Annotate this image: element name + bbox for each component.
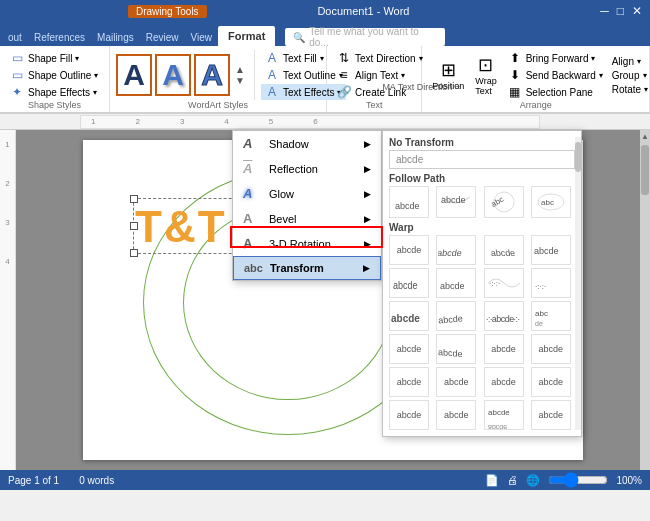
wordart-style-1[interactable]: A [116, 54, 152, 96]
svg-text:abcde: abcde [438, 347, 462, 359]
follow-path-circle[interactable]: abc [484, 186, 524, 218]
follow-path-arc-down[interactable]: abcde [436, 186, 476, 218]
bring-forward-icon: ⬆ [507, 51, 523, 65]
wrap-text-icon: ⊡ [478, 54, 493, 76]
warp-item-24[interactable]: abcde [531, 400, 571, 430]
send-backward-btn[interactable]: ⬇ Send Backward ▾ [504, 67, 606, 83]
wordart-style-3[interactable]: A [194, 54, 230, 96]
warp-item-18[interactable]: abcde [436, 367, 476, 397]
warp-item-10[interactable]: abcde [436, 301, 476, 331]
bring-forward-btn[interactable]: ⬆ Bring Forward ▾ [504, 50, 606, 66]
warp-item-4[interactable]: abcde [531, 235, 571, 265]
status-bar: Page 1 of 1 0 words 📄 🖨 🌐 100% [0, 470, 650, 490]
svg-text:abcde: abcde [393, 279, 418, 291]
warp-item-8[interactable]: ·:·:· [531, 268, 571, 298]
tab-mailings[interactable]: Mailings [91, 29, 140, 46]
maximize-icon[interactable]: □ [617, 4, 624, 18]
tab-format[interactable]: Format [218, 26, 275, 46]
group-btn[interactable]: Group ▾ [609, 69, 650, 82]
warp-item-3[interactable]: abcde [484, 235, 524, 265]
transform-submenu: No Transform abcde Follow Path abcde abc… [382, 130, 582, 437]
search-input[interactable]: 🔍 Tell me what you want to do... [285, 28, 445, 46]
glow-sample-icon: A [243, 186, 261, 201]
align-text-btn[interactable]: ≡ Align Text ▾ [333, 67, 426, 83]
warp-item-2[interactable]: abcde [436, 235, 476, 265]
ma-text-label: MA Text Direction = [382, 82, 460, 92]
dropdown-reflection[interactable]: A Reflection ▶ [233, 156, 381, 181]
shape-fill-arrow[interactable]: ▾ [75, 54, 79, 63]
scrollbar-up[interactable]: ▲ [641, 132, 649, 141]
align-btn[interactable]: Align ▾ [609, 55, 650, 68]
dropdown-shadow[interactable]: A Shadow ▶ [233, 131, 381, 156]
wordart-style-2[interactable]: A [155, 54, 191, 96]
dropdown-bevel[interactable]: A Bevel ▶ [233, 206, 381, 231]
svg-text:abcde: abcde [488, 424, 507, 429]
follow-path-button[interactable]: abc [531, 186, 571, 218]
svg-text:abcde: abcde [534, 246, 559, 256]
warp-item-23[interactable]: abcde abcde [484, 400, 524, 430]
warp-item-1[interactable]: abcde [389, 235, 429, 265]
shape-fill-btn[interactable]: ▭ Shape Fill ▾ [6, 50, 82, 66]
follow-path-arc-up[interactable]: abcde [389, 186, 429, 218]
reflection-sample-icon: A [243, 161, 261, 176]
shadow-arrow: ▶ [364, 139, 371, 149]
svg-text:de: de [535, 320, 543, 327]
shape-effects-arrow[interactable]: ▾ [93, 88, 97, 97]
zoom-slider[interactable] [548, 475, 608, 485]
scrollbar-thumb[interactable] [641, 145, 649, 195]
svg-text:abcde: abcde [395, 201, 420, 211]
text-direction-btn[interactable]: ⇅ Text Direction ▾ [333, 50, 426, 66]
warp-item-16[interactable]: abcde [531, 334, 571, 364]
transform-sample-icon: abc [244, 262, 262, 274]
text-outline-icon: A [264, 68, 280, 82]
dropdown-3d-rotation[interactable]: A 3-D Rotation ▶ [233, 231, 381, 256]
warp-item-5[interactable]: abcde [389, 268, 429, 298]
warp-item-19[interactable]: abcde [484, 367, 524, 397]
close-icon[interactable]: ✕ [632, 4, 642, 18]
scrollbar-vertical[interactable]: ▲ [640, 130, 650, 470]
tab-out[interactable]: out [2, 29, 28, 46]
shape-outline-btn[interactable]: ▭ Shape Outline ▾ [6, 67, 101, 83]
wordart-more-btn[interactable]: ▲ ▼ [235, 65, 245, 86]
svg-text:·:·:·: ·:·:· [489, 279, 500, 288]
tab-view[interactable]: View [185, 29, 219, 46]
follow-path-section: Follow Path abcde abcde abc abc [389, 173, 575, 218]
warp-item-12[interactable]: abc de [531, 301, 571, 331]
shadow-sample-icon: A [243, 136, 261, 151]
tab-references[interactable]: References [28, 29, 91, 46]
3d-rotation-arrow: ▶ [364, 239, 371, 249]
view-btn-read[interactable]: 📄 [485, 474, 499, 487]
warp-item-15[interactable]: abcde [484, 334, 524, 364]
view-btn-print[interactable]: 🖨 [507, 474, 518, 486]
wrap-text-btn[interactable]: ⊡ Wrap Text [471, 52, 500, 98]
view-btn-web[interactable]: 🌐 [526, 474, 540, 487]
panel-scrollbar[interactable] [575, 137, 581, 430]
tab-review[interactable]: Review [140, 29, 185, 46]
svg-text:abcde: abcde [489, 248, 515, 258]
3d-rotation-sample-icon: A [243, 236, 260, 252]
ruler-vertical: 1234 [0, 130, 16, 470]
dropdown-transform[interactable]: abc Transform ▶ [233, 256, 381, 280]
shape-outline-arrow[interactable]: ▾ [94, 71, 98, 80]
warp-item-13[interactable]: abcde [389, 334, 429, 364]
dropdown-glow[interactable]: A Glow ▶ [233, 181, 381, 206]
rotate-btn[interactable]: Rotate ▾ [609, 83, 650, 96]
shape-effects-btn[interactable]: ✦ Shape Effects ▾ [6, 84, 100, 100]
warp-section: Warp abcde abcde abcde abcde [389, 222, 575, 430]
warp-item-9[interactable]: abcde [389, 301, 429, 331]
align-text-icon: ≡ [336, 68, 352, 82]
warp-item-7[interactable]: ·:·:· [484, 268, 524, 298]
drawing-tools-badge: Drawing Tools [128, 5, 207, 18]
warp-item-6[interactable]: abcde [436, 268, 476, 298]
warp-item-14[interactable]: abcde [436, 334, 476, 364]
glow-arrow: ▶ [364, 189, 371, 199]
warp-item-22[interactable]: abcde [436, 400, 476, 430]
selection-pane-btn[interactable]: ▦ Selection Pane [504, 84, 606, 100]
warp-item-11[interactable]: ·:·abcde·:· [484, 301, 524, 331]
minimize-icon[interactable]: ─ [600, 4, 609, 18]
warp-item-17[interactable]: abcde [389, 367, 429, 397]
no-transform-item[interactable]: abcde [389, 150, 575, 169]
warp-item-21[interactable]: abcde [389, 400, 429, 430]
warp-item-20[interactable]: abcde [531, 367, 571, 397]
svg-text:abc: abc [535, 309, 548, 318]
